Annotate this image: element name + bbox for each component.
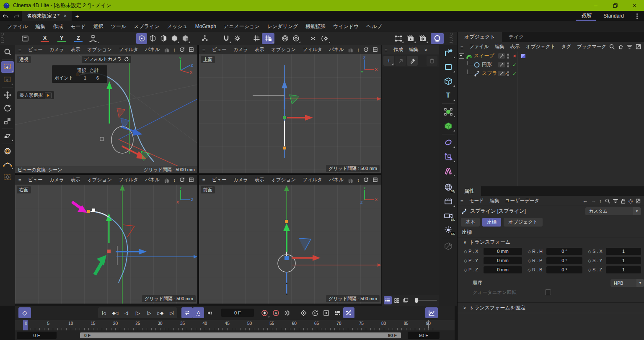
- vp-menu-options[interactable]: オプション: [84, 177, 115, 183]
- tree-row-sweep[interactable]: スイープ ×: [458, 52, 644, 60]
- live-selection-tool[interactable]: [1, 74, 14, 86]
- vp-menu-view[interactable]: ビュー: [209, 177, 230, 183]
- hamburger-icon[interactable]: ≡: [15, 178, 25, 183]
- layout-tab-initial[interactable]: 初期: [576, 11, 596, 21]
- toggle-view-icon[interactable]: [189, 177, 194, 183]
- om-menu-edit[interactable]: 編集: [492, 44, 507, 50]
- dolly-icon[interactable]: ↕: [357, 177, 360, 183]
- key-rotation-button[interactable]: [309, 307, 321, 318]
- orbit-icon[interactable]: [363, 177, 369, 183]
- model-mode-button[interactable]: [169, 33, 180, 44]
- tool-options-button[interactable]: [45, 93, 52, 98]
- axis-modifier-button[interactable]: [441, 150, 456, 163]
- rectangle-selection-tool[interactable]: [1, 61, 14, 73]
- minimize-button[interactable]: –: [586, 0, 605, 11]
- symmetry-toggle-button[interactable]: [308, 33, 318, 44]
- hamburger-icon[interactable]: ≡: [458, 44, 466, 49]
- vp-menu-camera[interactable]: カメラ: [46, 46, 67, 53]
- key-diamond-icon[interactable]: ◇: [463, 268, 468, 272]
- previous-frame-button[interactable]: ◁|: [121, 307, 132, 318]
- menu-edit[interactable]: 編集: [31, 23, 49, 30]
- menu-tools[interactable]: ツール: [107, 23, 130, 30]
- om-menu-bookmarks[interactable]: ブックマーク: [574, 44, 609, 50]
- key-diamond-icon[interactable]: ◇: [587, 258, 592, 263]
- add-material-button[interactable]: +: [383, 56, 394, 66]
- loop-playback-button[interactable]: [181, 307, 193, 318]
- rotate-tool[interactable]: [1, 102, 14, 114]
- symmetry-settings-button[interactable]: [318, 33, 331, 44]
- attr-menu-userdata[interactable]: ユーザーデータ: [502, 198, 543, 204]
- om-menu-view[interactable]: 表示: [507, 44, 523, 50]
- render-view-button[interactable]: [404, 33, 416, 44]
- slider-knob[interactable]: [415, 298, 418, 303]
- visibility-dots[interactable]: [507, 62, 509, 67]
- scale-tool[interactable]: [1, 115, 14, 127]
- new-tab-button[interactable]: +: [72, 11, 83, 21]
- maximize-button[interactable]: [605, 0, 625, 11]
- tab-close-icon[interactable]: ×: [64, 13, 67, 19]
- timeline-ruler[interactable]: 051015202530354045505560657075808590: [15, 320, 455, 330]
- sx-field[interactable]: 1: [606, 248, 641, 255]
- sy-field[interactable]: 1: [606, 257, 641, 264]
- material-menu-create[interactable]: 作成: [391, 46, 406, 53]
- attr-tab-coordinates[interactable]: 座標: [482, 218, 501, 227]
- menu-create[interactable]: 作成: [49, 23, 67, 30]
- workplane-button[interactable]: [251, 33, 262, 44]
- parent-object-button[interactable]: ↑: [599, 198, 602, 204]
- hamburger-icon[interactable]: ≡: [458, 198, 466, 203]
- enable-axis-button[interactable]: [199, 33, 211, 44]
- primitive-cube-button[interactable]: [441, 75, 456, 88]
- attr-tab-object[interactable]: オブジェクト: [504, 218, 543, 227]
- tab-takes[interactable]: テイク: [502, 32, 531, 42]
- goto-end-button[interactable]: ▷|: [166, 307, 177, 318]
- om-menu-objects[interactable]: オブジェクト: [523, 44, 559, 50]
- om-menu-tags[interactable]: タグ: [558, 44, 574, 50]
- hamburger-icon[interactable]: ≡: [382, 47, 391, 52]
- viewport-perspective-canvas[interactable]: 透視 デフォルトカメラ 選択合計 ポイント16 長方形選択: [15, 54, 197, 166]
- menu-help[interactable]: ヘルプ: [363, 23, 386, 30]
- play-all-frames-button[interactable]: A: [193, 307, 204, 318]
- timeline-window-button[interactable]: [425, 307, 438, 318]
- material-size-slider[interactable]: [415, 300, 437, 301]
- autokey-button[interactable]: A: [270, 307, 282, 318]
- viewport-top-canvas[interactable]: 上面 Z X Y グリッド間隔 : 500 mm: [199, 54, 381, 173]
- key-pla-button[interactable]: [343, 307, 354, 318]
- lock-workplane-button[interactable]: [262, 33, 274, 44]
- material-list-area[interactable]: [382, 67, 439, 295]
- dolly-icon[interactable]: ↕: [357, 47, 360, 53]
- pick-material-button[interactable]: [407, 56, 418, 66]
- open-window-icon[interactable]: [636, 198, 641, 203]
- vp-menu-options[interactable]: オプション: [84, 46, 115, 53]
- next-key-button[interactable]: ▷◆: [155, 307, 166, 318]
- object-edit-chip[interactable]: [498, 62, 505, 67]
- order-dropdown[interactable]: HPB ▼: [610, 279, 644, 287]
- home-icon[interactable]: [618, 44, 623, 49]
- close-button[interactable]: ×: [625, 0, 644, 11]
- spline-pen-create-button[interactable]: [441, 46, 456, 59]
- camera-label[interactable]: デフォルトカメラ: [81, 56, 131, 63]
- key-parameter-button[interactable]: [332, 307, 343, 318]
- texture-mode-button[interactable]: [180, 33, 191, 44]
- preset-dropdown[interactable]: カスタム ▼: [585, 207, 641, 215]
- symmetry-object-button[interactable]: [441, 164, 456, 177]
- material-create-button[interactable]: [441, 240, 456, 252]
- recent-tool-circle[interactable]: [1, 145, 14, 157]
- current-frame-field[interactable]: 0 F: [221, 309, 254, 317]
- hamburger-icon[interactable]: ≡: [199, 178, 209, 183]
- grid-view-button[interactable]: [393, 296, 401, 304]
- attr-menu-mode[interactable]: モード: [466, 198, 487, 204]
- dolly-icon[interactable]: ↕: [173, 177, 176, 183]
- search-icon[interactable]: [609, 44, 615, 49]
- toggle-view-icon[interactable]: [372, 177, 378, 183]
- preview-range-slider[interactable]: 0 F 90 F: [80, 332, 401, 338]
- layout-tab-standard[interactable]: Standard: [596, 13, 631, 19]
- points-mode-button[interactable]: [136, 33, 147, 44]
- lock-x-axis-button[interactable]: X: [39, 33, 51, 44]
- menu-animation[interactable]: アニメーション: [220, 23, 264, 30]
- play-button[interactable]: ▷: [132, 307, 143, 318]
- vp-menu-filter[interactable]: フィルタ: [115, 177, 142, 183]
- vp-menu-display[interactable]: 表示: [67, 46, 84, 53]
- object-edit-chip[interactable]: [498, 53, 505, 59]
- material-menu-edit[interactable]: 編集: [406, 46, 422, 53]
- expand-toggle[interactable]: [459, 53, 464, 59]
